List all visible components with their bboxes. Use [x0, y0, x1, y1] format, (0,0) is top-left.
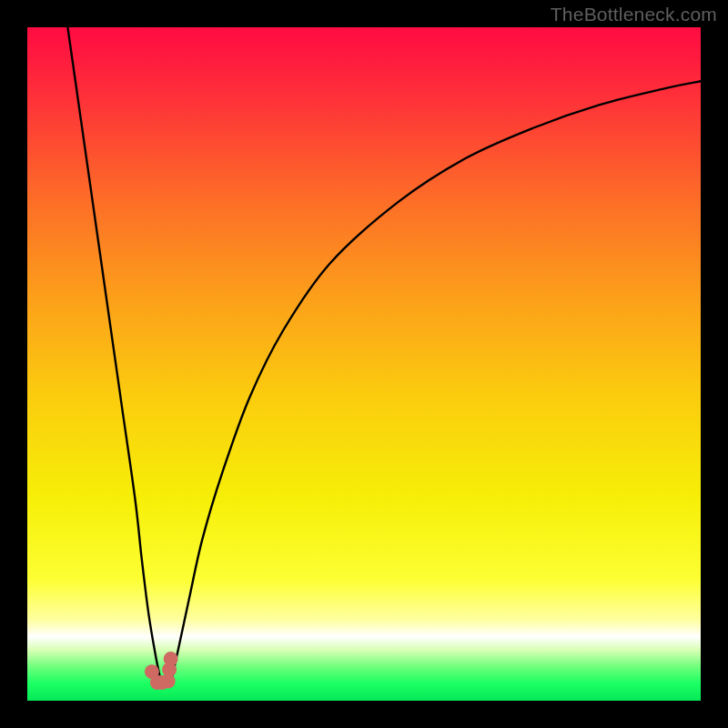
bottleneck-curve: [27, 27, 701, 701]
curve-left-branch: [67, 27, 159, 677]
curve-right-branch: [172, 81, 701, 677]
marker-dot: [164, 652, 178, 666]
watermark-text: TheBottleneck.com: [551, 4, 717, 25]
plot-area: [27, 27, 701, 701]
curve-markers: [145, 652, 178, 690]
chart-frame: TheBottleneck.com: [0, 0, 728, 728]
